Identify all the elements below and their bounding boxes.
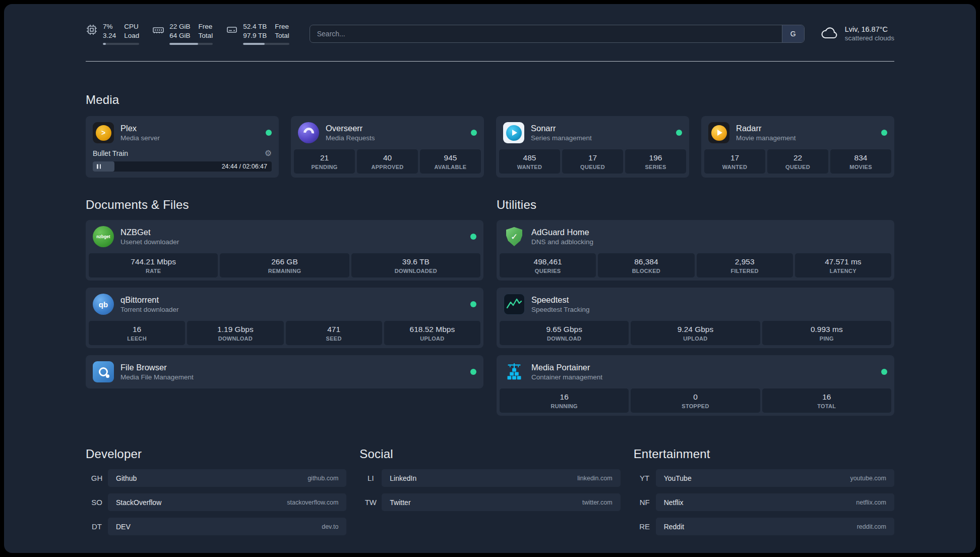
stat-blocked: 86,384BLOCKED <box>598 253 694 277</box>
service-name: AdGuard Home <box>531 228 593 237</box>
service-name: Media Portainer <box>531 363 602 372</box>
stat-wanted: 17WANTED <box>704 149 765 174</box>
service-name: Radarr <box>736 124 796 133</box>
search-bar: G <box>310 25 805 43</box>
stat-queued: 17QUEUED <box>562 149 623 174</box>
section-title-developer: Developer <box>86 447 346 461</box>
cpu-load-label: Load <box>124 31 139 40</box>
memory-icon <box>152 24 164 36</box>
service-card-adguard[interactable]: ✓ AdGuard Home DNS and adblocking 498,46… <box>497 220 894 281</box>
status-dot <box>881 369 887 375</box>
bookmark-abbr: GH <box>86 474 108 482</box>
bookmark-row: DT DEV dev.to <box>86 518 346 535</box>
cpu-icon <box>86 24 98 36</box>
bookmark-group-entertainment: Entertainment YT YouTube youtube.com NF … <box>634 447 894 542</box>
disk-metric: 52.4 TB 97.9 TB Free Total <box>226 22 289 45</box>
section-title-documents: Documents & Files <box>86 198 483 212</box>
service-card-qbittorrent[interactable]: qb qBittorrent Torrent downloader 16LEEC… <box>86 288 483 348</box>
stat-series: 196SERIES <box>625 149 686 174</box>
stat-rate: 744.21 MbpsRATE <box>89 253 218 277</box>
bookmark-row: GH Github github.com <box>86 469 346 487</box>
service-desc: Media File Management <box>120 373 194 381</box>
bookmark-row: RE Reddit reddit.com <box>634 518 894 535</box>
memory-progressbar <box>169 43 213 45</box>
bookmark-link-twitter[interactable]: Twitter twitter.com <box>382 493 620 511</box>
service-desc: Torrent downloader <box>120 306 179 313</box>
sonarr-icon <box>503 122 524 143</box>
dashboard: 7% 3.24 CPU Load 22 GiB <box>4 4 976 553</box>
service-desc: Series management <box>531 134 592 142</box>
plex-now-playing: Bullet Train ⚙ 24:44 / 02:06:47 <box>86 149 279 178</box>
stat-pending: 21PENDING <box>294 149 355 174</box>
section-title-social: Social <box>359 447 620 461</box>
service-card-plex[interactable]: > Plex Media server Bullet Train ⚙ <box>86 116 279 178</box>
service-card-sonarr[interactable]: Sonarr Series management 485WANTED 17QUE… <box>496 116 689 178</box>
service-desc: Speedtest Tracking <box>531 306 590 313</box>
bookmark-row: YT YouTube youtube.com <box>634 469 894 487</box>
service-desc: Container management <box>531 373 602 381</box>
radarr-icon <box>708 122 729 143</box>
search-input[interactable] <box>310 25 782 42</box>
service-card-speedtest[interactable]: Speedtest Speedtest Tracking 9.65 GbpsDO… <box>497 288 894 348</box>
bookmark-abbr: NF <box>634 498 656 507</box>
service-name: qBittorrent <box>120 295 179 305</box>
disk-total-value: 97.9 TB <box>243 31 267 40</box>
bookmark-link-reddit[interactable]: Reddit reddit.com <box>656 518 894 535</box>
stat-movies: 834MOVIES <box>830 149 891 174</box>
gear-icon[interactable]: ⚙ <box>265 149 272 157</box>
bookmark-group-developer: Developer GH Github github.com SO StackO… <box>86 447 346 542</box>
bookmark-abbr: SO <box>86 498 108 507</box>
status-dot <box>471 130 477 136</box>
service-card-filebrowser[interactable]: File Browser Media File Management <box>86 355 483 388</box>
overseerr-icon <box>298 122 319 143</box>
section-title-media: Media <box>86 93 894 107</box>
status-dot <box>470 234 476 240</box>
service-desc: Media Requests <box>326 134 375 142</box>
memory-free-label: Free <box>199 22 213 31</box>
bookmark-link-github[interactable]: Github github.com <box>108 469 346 487</box>
bookmark-abbr: LI <box>359 474 382 482</box>
stat-seed: 471SEED <box>286 321 382 345</box>
bookmark-link-stackoverflow[interactable]: StackOverflow stackoverflow.com <box>108 493 346 511</box>
adguard-icon: ✓ <box>504 226 525 247</box>
service-desc: Usenet downloader <box>120 238 179 246</box>
bookmark-link-netflix[interactable]: Netflix netflix.com <box>656 493 894 511</box>
section-documents: Documents & Files nzbget NZBGet Usenet d… <box>86 198 483 396</box>
pause-button[interactable] <box>97 164 101 169</box>
stat-filtered: 2,953FILTERED <box>697 253 793 277</box>
bookmark-group-social: Social LI LinkedIn linkedin.com TW Twitt… <box>359 447 620 542</box>
topbar: 7% 3.24 CPU Load 22 GiB <box>86 22 894 45</box>
memory-total-value: 64 GiB <box>169 31 190 40</box>
service-desc: Movie management <box>736 134 796 142</box>
service-name: Speedtest <box>531 295 590 305</box>
cpu-usage-value: 7% <box>103 22 116 31</box>
service-name: Plex <box>120 124 160 133</box>
service-card-portainer[interactable]: Media Portainer Container management 16R… <box>497 355 894 416</box>
bookmark-abbr: YT <box>634 474 656 482</box>
service-card-nzbget[interactable]: nzbget NZBGet Usenet downloader 744.21 M… <box>86 220 483 281</box>
bookmark-row: SO StackOverflow stackoverflow.com <box>86 493 346 511</box>
bookmark-link-youtube[interactable]: YouTube youtube.com <box>656 469 894 487</box>
service-card-overseerr[interactable]: Overseerr Media Requests 21PENDING 40APP… <box>291 116 484 178</box>
disk-free-value: 52.4 TB <box>243 22 267 31</box>
weather-condition: scattered clouds <box>845 34 894 42</box>
playback-time: 24:44 / 02:06:47 <box>222 163 267 170</box>
section-utilities: Utilities ✓ AdGuard Home DNS and adblock… <box>497 198 894 423</box>
stat-wanted: 485WANTED <box>499 149 560 174</box>
bookmark-link-linkedin[interactable]: LinkedIn linkedin.com <box>382 469 620 487</box>
stat-running: 16RUNNING <box>500 388 629 413</box>
service-desc: Media server <box>120 134 160 142</box>
disk-icon <box>226 24 238 36</box>
disk-total-label: Total <box>275 31 289 40</box>
section-title-utilities: Utilities <box>497 198 894 212</box>
service-card-radarr[interactable]: Radarr Movie management 17WANTED 22QUEUE… <box>701 116 894 178</box>
section-media: Media > Plex Media server Bullet Train ⚙ <box>86 93 894 178</box>
memory-free-value: 22 GiB <box>169 22 190 31</box>
weather-location: Lviv, 16.87°C <box>845 25 894 33</box>
search-provider-button[interactable]: G <box>782 25 804 42</box>
stat-download: 9.65 GbpsDOWNLOAD <box>500 321 629 345</box>
stat-download: 1.19 GbpsDOWNLOAD <box>187 321 283 345</box>
stat-ping: 0.993 msPING <box>762 321 891 345</box>
stat-queries: 498,461QUERIES <box>500 253 596 277</box>
bookmark-link-dev[interactable]: DEV dev.to <box>108 518 346 535</box>
